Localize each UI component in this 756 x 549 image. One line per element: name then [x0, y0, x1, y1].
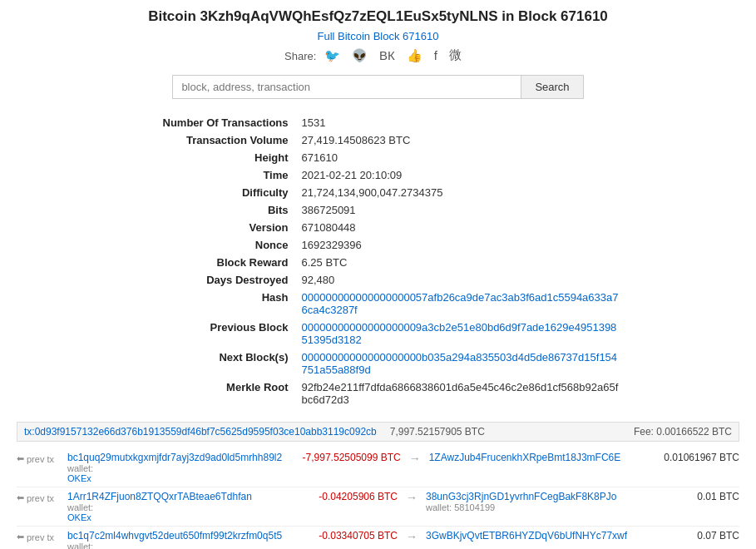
tx-prev-label: ⬅prev tx: [17, 491, 62, 503]
info-value: 6.25 BTC: [295, 254, 628, 271]
info-value: 1692329396: [295, 236, 628, 254]
table-row: ⬅prev txbc1quq29mutxkgxmjfdr7ayj3zd9ad0l…: [17, 448, 739, 487]
info-label: Transaction Volume: [129, 131, 295, 149]
info-row: Number Of Transactions1531: [129, 114, 628, 131]
arrow-icon: ⬅: [17, 492, 24, 503]
tx-amount-received: 0.07 BTC: [665, 530, 739, 542]
info-label: Time: [129, 166, 295, 184]
tx-amount-sent: -0.03340705 BTC: [306, 530, 398, 542]
tx-from: 1Arr1R4ZFjuon8ZTQQxrTABteae6Tdhfanwallet…: [67, 491, 301, 522]
tx-to-address[interactable]: 1ZAwzJub4FrucenkhXRpeBmt18J3mFC6E: [429, 452, 660, 463]
info-value[interactable]: 00000000000000000000b035a294a835503d4d5d…: [295, 349, 628, 378]
info-row: Bits386725091: [129, 201, 628, 219]
full-block-link[interactable]: Full Bitcoin Block 671610: [17, 30, 739, 42]
transaction-list: ⬅prev txbc1quq29mutxkgxmjfdr7ayj3zd9ad0l…: [17, 448, 739, 549]
tx-to-wallet: wallet: 58104199: [426, 502, 660, 512]
tx-from: bc1q7c2ml4whvgvt52deut650fmf99t2krzfm0q5…: [67, 530, 301, 549]
tx-amount: 7,997.52157905 BTC: [390, 426, 485, 438]
reddit-icon[interactable]: 👽: [352, 48, 368, 63]
wallet-link[interactable]: OKEx: [67, 473, 298, 483]
info-row: Block Reward6.25 BTC: [129, 254, 628, 271]
tx-direction-arrow: →: [403, 491, 421, 504]
facebook-icon[interactable]: f: [434, 48, 437, 62]
search-button[interactable]: Search: [521, 75, 583, 99]
arrow-icon: ⬅: [17, 532, 24, 542]
info-row: Version671080448: [129, 219, 628, 236]
info-row: Height671610: [129, 149, 628, 166]
info-value: 671080448: [295, 219, 628, 236]
tx-from: bc1quq29mutxkgxmjfdr7ayj3zd9ad0ld5mrhh89…: [67, 452, 298, 483]
twitter-icon[interactable]: 🐦: [324, 48, 340, 63]
like-icon[interactable]: 👍: [407, 48, 422, 63]
tx-amount-sent: -0.04205906 BTC: [306, 491, 398, 502]
info-value[interactable]: 000000000000000000057afb26ca9de7ac3ab3f6…: [295, 289, 628, 319]
info-value: 2021-02-21 20:10:09: [295, 166, 628, 184]
vk-icon[interactable]: ВК: [379, 48, 395, 62]
search-input[interactable]: [172, 75, 521, 99]
tx-direction-arrow: →: [403, 530, 421, 543]
info-value[interactable]: 00000000000000000009a3cb2e51e80bd6d9f7ad…: [295, 319, 628, 349]
info-row: Transaction Volume27,419.14508623 BTC: [129, 131, 628, 149]
info-value: 386725091: [295, 201, 628, 219]
wallet-link[interactable]: OKEx: [67, 512, 301, 522]
tx-from-wallet: wallet: OKEx: [67, 463, 298, 483]
tx-from-address[interactable]: 1Arr1R4ZFjuon8ZTQQxrTABteae6Tdhfan: [67, 491, 301, 502]
info-label: Block Reward: [129, 254, 295, 271]
tx-amount-sent: -7,997.52505099 BTC: [303, 452, 401, 463]
info-label: Hash: [129, 289, 295, 319]
info-value: 92fb24e211ff7dfda6866838601d6a5e45c46c2e…: [295, 378, 628, 408]
tx-from-wallet: wallet: OKEx: [67, 542, 301, 549]
block-info-table: Number Of Transactions1531Transaction Vo…: [129, 114, 628, 408]
info-label: Next Block(s): [129, 349, 295, 378]
arrow-icon: ⬅: [17, 453, 24, 464]
info-label: Version: [129, 219, 295, 236]
info-label: Bits: [129, 201, 295, 219]
tx-id-link[interactable]: tx:0d93f9157132e66d376b1913559df46bf7c56…: [24, 426, 377, 438]
search-row: Search: [17, 75, 739, 99]
info-label: Difficulty: [129, 184, 295, 201]
tx-to: 3GwBKjvQvtETBR6HYZDqV6bUfNHYc77xwf: [426, 530, 660, 542]
info-label: Previous Block: [129, 319, 295, 349]
info-value: 27,419.14508623 BTC: [295, 131, 628, 149]
info-row: Difficulty21,724,134,900,047.2734375: [129, 184, 628, 201]
tx-amount-received: 0.01 BTC: [665, 491, 739, 502]
tx-to-address[interactable]: 3GwBKjvQvtETBR6HYZDqV6bUfNHYc77xwf: [426, 530, 660, 542]
info-label: Merkle Root: [129, 378, 295, 408]
tx-header: tx:0d93f9157132e66d376b1913559df46bf7c56…: [17, 422, 739, 442]
share-icons: 🐦 👽 ВК 👍 f 微: [324, 47, 467, 63]
tx-amount-received: 0.01061967 BTC: [664, 452, 739, 463]
tx-to: 38unG3cj3RjnGD1yvrhnFCegBakF8K8PJowallet…: [426, 491, 660, 512]
tx-prev-label: ⬅prev tx: [17, 452, 62, 464]
info-row: Days Destroyed92,480: [129, 271, 628, 289]
tx-fee: Fee: 0.00166522 BTC: [634, 426, 732, 438]
info-row: Merkle Root92fb24e211ff7dfda6866838601d6…: [129, 378, 628, 408]
table-row: ⬅prev tx1Arr1R4ZFjuon8ZTQQxrTABteae6Tdhf…: [17, 487, 739, 527]
info-row: Hash000000000000000000057afb26ca9de7ac3a…: [129, 289, 628, 319]
tx-from-address[interactable]: bc1q7c2ml4whvgvt52deut650fmf99t2krzfm0q5…: [67, 530, 301, 542]
tx-direction-arrow: →: [406, 452, 424, 465]
info-row: Next Block(s)00000000000000000000b035a29…: [129, 349, 628, 378]
weibo-icon[interactable]: 微: [449, 47, 462, 63]
share-row: Share: 🐦 👽 ВК 👍 f 微: [17, 47, 739, 63]
info-value: 21,724,134,900,047.2734375: [295, 184, 628, 201]
info-row: Previous Block00000000000000000009a3cb2e…: [129, 319, 628, 349]
info-value: 671610: [295, 149, 628, 166]
info-value: 92,480: [295, 271, 628, 289]
tx-prev-label: ⬅prev tx: [17, 530, 62, 542]
tx-to: 1ZAwzJub4FrucenkhXRpeBmt18J3mFC6E: [429, 452, 660, 463]
info-label: Height: [129, 149, 295, 166]
tx-from-address[interactable]: bc1quq29mutxkgxmjfdr7ayj3zd9ad0ld5mrhh89…: [67, 452, 298, 463]
info-row: Time2021-02-21 20:10:09: [129, 166, 628, 184]
info-label: Nonce: [129, 236, 295, 254]
tx-to-address[interactable]: 38unG3cj3RjnGD1yvrhnFCegBakF8K8PJo: [426, 491, 660, 502]
share-label: Share:: [284, 50, 316, 62]
page-title: Bitcoin 3Kzh9qAqVWQhEsfQz7zEQL1EuSx5tyNL…: [17, 8, 739, 25]
info-label: Number Of Transactions: [129, 114, 295, 131]
info-row: Nonce1692329396: [129, 236, 628, 254]
info-label: Days Destroyed: [129, 271, 295, 289]
tx-from-wallet: wallet: OKEx: [67, 502, 301, 522]
info-value: 1531: [295, 114, 628, 131]
table-row: ⬅prev txbc1q7c2ml4whvgvt52deut650fmf99t2…: [17, 527, 739, 549]
